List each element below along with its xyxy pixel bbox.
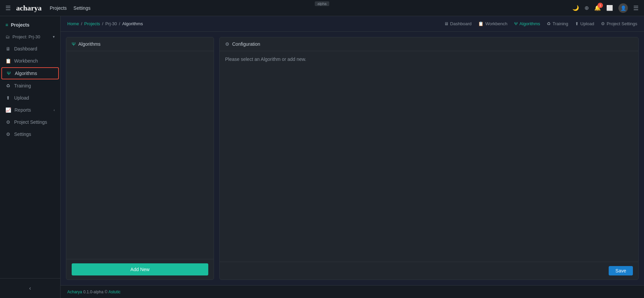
algorithms-panel-body xyxy=(66,51,214,259)
top-nav-dashboard[interactable]: 🖥 Dashboard xyxy=(444,21,472,26)
topbar-nav: Projects Settings xyxy=(50,5,572,11)
breadcrumb-projects[interactable]: Projects xyxy=(84,21,100,26)
sidebar-projects-header: ≡ Projects xyxy=(0,19,60,31)
algorithms-panel-footer: Add New xyxy=(66,259,214,280)
search-icon[interactable]: ⊕ xyxy=(584,5,589,11)
breadcrumb-sep-2: / xyxy=(102,21,103,26)
breadcrumb: Home / Projects / Prj-30 / Algorithms xyxy=(67,21,143,26)
configuration-placeholder: Please select an Algorithm or add new. xyxy=(225,57,633,62)
folder-icon: 🗂 xyxy=(5,34,10,39)
sidebar-item-label: Algorithms xyxy=(15,71,37,76)
chevron-right-icon: ‹ xyxy=(53,108,55,112)
workbench-icon: 📋 xyxy=(478,21,484,26)
dashboard-icon: 🖥 xyxy=(444,21,449,26)
sidebar-item-reports[interactable]: 📈 Reports ‹ xyxy=(0,104,60,116)
top-nav-links: 🖥 Dashboard 📋 Workbench Ψ Algorithms ♻ T… xyxy=(444,21,637,26)
algorithms-panel-title: Algorithms xyxy=(78,41,101,47)
configuration-panel-header: ⚙ Configuration xyxy=(220,37,638,51)
sidebar-item-upload[interactable]: ⬆ Upload xyxy=(0,92,60,104)
breadcrumb-project: Prj-30 xyxy=(105,21,117,26)
notification-badge: 1 xyxy=(598,3,603,8)
project-settings-icon: ⚙ xyxy=(5,119,11,125)
collapse-sidebar-button[interactable]: ‹ xyxy=(0,283,60,294)
algorithms-icon: Ψ xyxy=(6,71,11,76)
alpha-badge: alpha xyxy=(315,1,329,6)
settings-icon: ⚙ xyxy=(5,132,11,137)
dashboard-icon: 🖥 xyxy=(5,46,11,51)
configuration-panel-body: Please select an Algorithm or add new. xyxy=(220,51,638,262)
sidebar-item-workbench[interactable]: 📋 Workbench xyxy=(0,55,60,67)
sidebar-item-label: Reports xyxy=(14,107,31,113)
breadcrumb-home[interactable]: Home xyxy=(67,21,79,26)
algorithms-panel-icon: Ψ xyxy=(72,41,76,47)
configuration-panel-icon: ⚙ xyxy=(225,41,229,47)
sidebar-item-algorithms[interactable]: Ψ Algorithms xyxy=(1,67,59,79)
sidebar-bottom: ‹ xyxy=(0,278,60,298)
content-main: Ψ Algorithms Add New ⚙ Configuration xyxy=(61,32,644,285)
nav-projects[interactable]: Projects xyxy=(50,5,67,11)
hamburger-left-icon[interactable]: ☰ xyxy=(5,4,11,12)
sidebar: ≡ Projects 🗂 Project: Prj-30 ▾ 🖥 Dashboa… xyxy=(0,16,61,298)
training-icon: ♻ xyxy=(5,83,11,88)
nav-settings[interactable]: Settings xyxy=(73,5,91,11)
sidebar-item-label: Project Settings xyxy=(14,119,47,125)
sidebar-project-item[interactable]: 🗂 Project: Prj-30 ▾ xyxy=(0,31,60,43)
top-nav-training[interactable]: ♻ Training xyxy=(547,21,568,26)
sidebar-projects-label: Projects xyxy=(11,22,29,28)
main-content: Home / Projects / Prj-30 / Algorithms 🖥 … xyxy=(61,16,644,298)
footer-brand-link[interactable]: Acharya xyxy=(67,290,82,294)
top-nav-algorithms[interactable]: Ψ Algorithms xyxy=(514,21,540,26)
notification-icon[interactable]: 🔔 1 xyxy=(594,5,601,11)
sidebar-item-training[interactable]: ♻ Training xyxy=(0,80,60,92)
breadcrumb-bar: Home / Projects / Prj-30 / Algorithms 🖥 … xyxy=(61,16,644,32)
upload-icon: ⬆ xyxy=(5,95,11,101)
avatar[interactable]: 👤 xyxy=(618,3,628,13)
main-layout: ≡ Projects 🗂 Project: Prj-30 ▾ 🖥 Dashboa… xyxy=(0,16,644,298)
algorithms-top-icon: Ψ xyxy=(514,21,518,26)
breadcrumb-sep-3: / xyxy=(119,21,120,26)
breadcrumb-current: Algorithms xyxy=(122,21,143,26)
sidebar-project-name: Project: Prj-30 xyxy=(12,34,40,39)
add-new-button[interactable]: Add New xyxy=(72,263,208,275)
configuration-panel: ⚙ Configuration Please select an Algorit… xyxy=(219,37,639,280)
breadcrumb-sep-1: / xyxy=(81,21,82,26)
configuration-panel-footer: Save xyxy=(220,262,638,280)
footer-copyright: © xyxy=(105,290,108,294)
logo: acharya xyxy=(16,4,42,12)
upload-top-icon: ⬆ xyxy=(575,21,579,26)
panels-container: Ψ Algorithms Add New ⚙ Configuration xyxy=(61,32,644,285)
sidebar-item-label: Workbench xyxy=(14,58,38,64)
top-nav-project-settings[interactable]: ⚙ Project Settings xyxy=(601,21,637,26)
top-nav-workbench[interactable]: 📋 Workbench xyxy=(478,21,507,26)
chevron-down-icon: ▾ xyxy=(53,35,55,39)
project-settings-top-icon: ⚙ xyxy=(601,21,605,26)
training-top-icon: ♻ xyxy=(547,21,551,26)
sidebar-item-label: Upload xyxy=(14,95,29,101)
top-nav-upload[interactable]: ⬆ Upload xyxy=(575,21,594,26)
algorithms-panel-header: Ψ Algorithms xyxy=(66,37,214,51)
sidebar-item-label: Settings xyxy=(14,132,31,137)
algorithms-panel: Ψ Algorithms Add New xyxy=(66,37,214,280)
moon-icon[interactable]: 🌙 xyxy=(572,5,579,11)
footer-company-link[interactable]: Astutic xyxy=(108,290,120,294)
sidebar-item-label: Dashboard xyxy=(14,46,37,51)
sidebar-item-label: Training xyxy=(14,83,31,88)
window-icon[interactable]: ⬜ xyxy=(606,5,613,11)
save-button[interactable]: Save xyxy=(609,266,633,275)
hamburger-icon[interactable]: ☰ xyxy=(633,4,639,12)
configuration-panel-title: Configuration xyxy=(232,41,260,47)
topbar: ☰ acharya Projects Settings alpha 🌙 ⊕ 🔔 … xyxy=(0,0,644,16)
sidebar-item-dashboard[interactable]: 🖥 Dashboard xyxy=(0,43,60,55)
sidebar-item-project-settings[interactable]: ⚙ Project Settings xyxy=(0,116,60,128)
workbench-icon: 📋 xyxy=(5,58,11,64)
reports-icon: 📈 xyxy=(5,107,11,113)
footer: Acharya 0.1.0-alpha © Astutic xyxy=(61,285,644,298)
sidebar-item-settings[interactable]: ⚙ Settings xyxy=(0,128,60,140)
list-icon: ≡ xyxy=(5,22,8,28)
topbar-icons: 🌙 ⊕ 🔔 1 ⬜ 👤 ☰ xyxy=(572,3,639,13)
footer-version: 0.1.0-alpha xyxy=(83,290,103,294)
